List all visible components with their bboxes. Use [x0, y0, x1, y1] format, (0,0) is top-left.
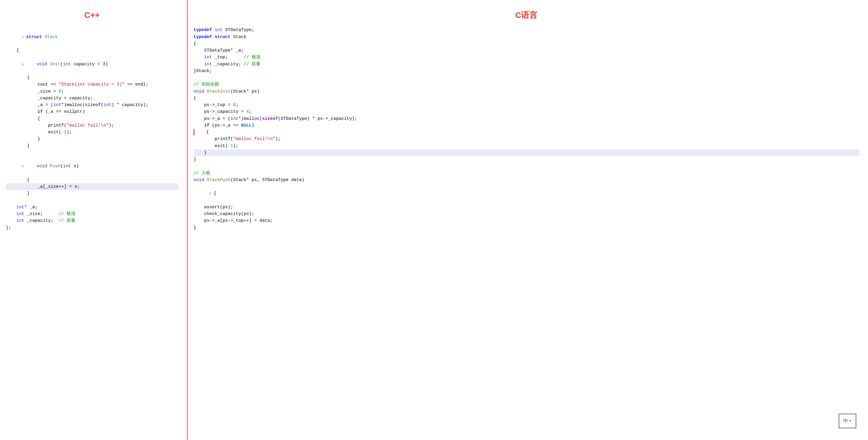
code-line: } — [193, 156, 859, 163]
right-title: C语言 — [193, 6, 859, 22]
code-line: printf("malloc fail!\n"); — [193, 136, 859, 142]
code-line: } — [6, 136, 178, 142]
right-code: typedef int STDataType; typedef struct S… — [193, 27, 859, 231]
left-title: C++ — [6, 6, 178, 22]
code-line: } — [6, 190, 178, 197]
collapse-icon[interactable]: ⊟ — [22, 164, 25, 169]
code-line: printf("malloc fail!\n"); — [6, 122, 178, 129]
code-line: // 入栈 — [193, 170, 859, 177]
ime-icon: ▼ — [849, 418, 851, 423]
left-code: ⊟struct Stack { ⊟ void Init(int capacity… — [6, 27, 178, 231]
code-line: _capacity = capacity; — [6, 95, 178, 102]
code-line: int* _a; — [6, 204, 178, 211]
code-line: ⊟ void Init(int capacity = 3) — [6, 54, 178, 74]
code-line: int _capacity; // 容量 — [6, 217, 178, 224]
ime-label: 中 — [843, 417, 848, 425]
code-line: { — [6, 177, 178, 183]
ime-badge[interactable]: 中 ▼ — [839, 414, 856, 428]
code-line: { — [193, 40, 859, 47]
code-line: assert(ps); — [193, 204, 859, 211]
code-line: if (_a == nullptr) — [6, 108, 178, 115]
code-line: } — [6, 143, 178, 149]
code-line: int _capacity; // 容量 — [193, 61, 859, 68]
right-panel: C语言 typedef int STDataType; typedef stru… — [188, 0, 868, 440]
code-line: typedef int STDataType; — [193, 27, 859, 33]
code-line: ps->_top = 0; — [193, 102, 859, 108]
code-line-highlighted: } — [193, 149, 859, 156]
code-line: { — [6, 74, 178, 81]
code-line: ps->_a = (int*)malloc(sizeof(STDataType)… — [193, 115, 859, 122]
code-line: void StackInit(Stack* ps) — [193, 88, 859, 95]
code-line: }; — [6, 225, 178, 231]
code-line: _size = 0; — [6, 88, 178, 95]
code-line: STDataType* _a; — [193, 47, 859, 54]
code-line: void StackPush(Stack* ps, STDataType dat… — [193, 177, 859, 183]
code-line: ps->_capacity = 4; — [193, 108, 859, 115]
code-line: { — [6, 115, 178, 122]
collapse-icon[interactable]: ⊟ — [22, 35, 25, 40]
code-line: int _size; // 栈顶 — [6, 211, 178, 217]
code-line: ⊟{ — [193, 183, 859, 204]
code-line: typedef struct Stack — [193, 34, 859, 40]
code-line: ⊟ void Push(int x) — [6, 156, 178, 177]
code-line: cout << "Stack(int capacity = 3)" << end… — [6, 81, 178, 88]
code-line-highlighted: _a[_size++] = x; — [6, 183, 178, 190]
code-line: if (ps->_a == NULL) — [193, 122, 859, 129]
code-line: ps->_a[ps->_top++] = data; — [193, 217, 859, 224]
collapse-icon[interactable]: ⊟ — [22, 62, 25, 67]
code-line: check_capacity(ps); — [193, 211, 859, 217]
code-line: { — [6, 47, 178, 54]
code-line: exit(-1); — [193, 143, 859, 149]
code-line: exit(-1); — [6, 129, 178, 136]
code-line: { — [193, 95, 859, 102]
code-line: ⊟struct Stack — [6, 27, 178, 47]
code-line-indicator: { — [193, 129, 859, 136]
right-collapse-icon[interactable]: ⊟ — [209, 191, 213, 196]
left-panel: C++ ⊟struct Stack { ⊟ void Init(int capa… — [0, 0, 188, 440]
code-line: // 初始化栈 — [193, 81, 859, 88]
code-line: }Stack; — [193, 68, 859, 74]
code-line: int _top; // 栈顶 — [193, 54, 859, 61]
code-line: _a = (int*)malloc(sizeof(int) * capacity… — [6, 102, 178, 108]
code-line: } — [193, 225, 859, 231]
